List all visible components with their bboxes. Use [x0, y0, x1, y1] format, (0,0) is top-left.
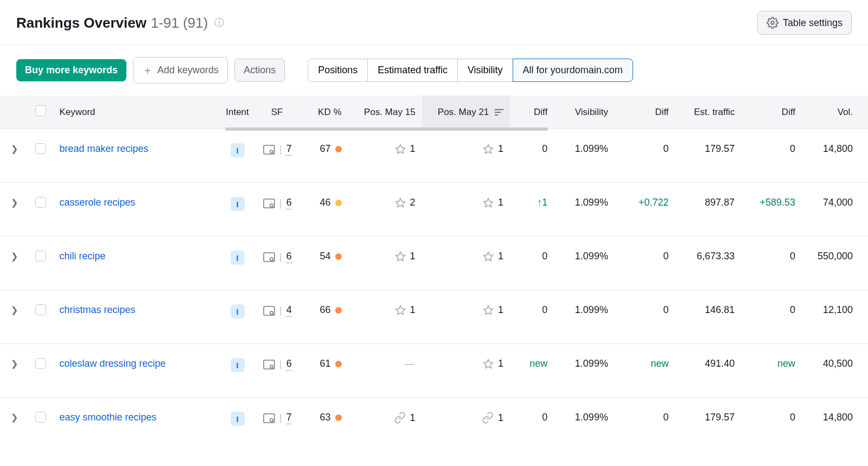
diff-position: 0 [510, 237, 554, 290]
intent-badge: I [231, 143, 245, 157]
tab-positions[interactable]: Positions [308, 59, 368, 82]
svg-point-0 [771, 21, 774, 24]
serp-features[interactable]: | 6 [263, 197, 292, 209]
diff-visibility: new [615, 344, 675, 398]
diff-position: 0 [510, 129, 554, 183]
star-icon [395, 197, 406, 208]
keyword-link[interactable]: bread maker recipes [59, 143, 148, 154]
actions-button[interactable]: Actions [234, 59, 285, 82]
star-icon [483, 197, 494, 208]
col-pos-may21[interactable]: Pos. May 21 [422, 95, 510, 129]
col-sf[interactable]: SF [257, 95, 297, 129]
diff-visibility: 0 [615, 237, 675, 290]
add-keywords-button[interactable]: ＋ Add keywords [133, 57, 228, 84]
gear-icon [767, 17, 778, 29]
expand-row-icon[interactable]: ❯ [9, 359, 20, 369]
col-est-traffic[interactable]: Est. traffic [675, 95, 742, 129]
row-checkbox[interactable] [35, 412, 46, 423]
visibility-value: 1.099% [554, 183, 615, 237]
row-checkbox[interactable] [35, 251, 46, 261]
kd-value: 63 [304, 412, 341, 423]
expand-row-icon[interactable]: ❯ [9, 305, 20, 315]
serp-features[interactable]: | 6 [263, 251, 292, 263]
col-volume[interactable]: Vol. [802, 95, 868, 129]
visibility-value: 1.099% [554, 129, 615, 183]
col-intent[interactable]: Intent [218, 95, 257, 129]
est-traffic-value: 6,673.33 [675, 237, 742, 290]
col-kd[interactable]: KD % [297, 95, 348, 129]
expand-row-icon[interactable]: ❯ [9, 144, 20, 154]
link-icon [394, 412, 406, 424]
no-data-dash: — [405, 358, 416, 369]
plus-icon: ＋ [142, 63, 153, 78]
row-checkbox[interactable] [35, 304, 46, 315]
table-row: ❯ coleslaw dressing recipe I | 6 61 — 1 … [0, 344, 868, 398]
row-checkbox[interactable] [35, 143, 46, 154]
volume-value: 74,000 [802, 183, 868, 237]
diff-visibility: +0.722 [615, 183, 675, 237]
kd-value: 66 [304, 304, 341, 316]
volume-value: 40,500 [802, 344, 868, 398]
table-row: ❯ christmas recipes I | 4 66 1 1 0 1.099… [0, 290, 868, 344]
expand-row-icon[interactable]: ❯ [9, 251, 20, 261]
diff-visibility: 0 [615, 290, 675, 344]
position-may21: 1 [429, 251, 503, 262]
col-pos-may15[interactable]: Pos. May 15 [348, 95, 422, 129]
select-all-checkbox[interactable] [35, 105, 46, 116]
expand-row-icon[interactable]: ❯ [9, 197, 20, 208]
col-keyword[interactable]: Keyword [53, 95, 218, 129]
star-icon [395, 144, 406, 155]
keyword-link[interactable]: casserole recipes [59, 197, 135, 208]
keyword-link[interactable]: christmas recipes [59, 304, 135, 315]
keyword-link[interactable]: coleslaw dressing recipe [59, 358, 165, 369]
star-icon [395, 305, 406, 316]
tab-all-for-yourdomain-com[interactable]: All for yourdomain.com [513, 59, 633, 82]
table-settings-button[interactable]: Table settings [757, 11, 852, 35]
serp-features-icon [263, 199, 275, 208]
keyword-link[interactable]: easy smoothie recipes [59, 412, 156, 423]
col-diff-vis[interactable]: Diff [615, 95, 675, 129]
sort-icon [495, 109, 503, 116]
serp-features[interactable]: | 7 [263, 412, 292, 424]
intent-badge: I [231, 251, 245, 265]
est-traffic-value: 146.81 [675, 290, 742, 344]
col-visibility[interactable]: Visibility [554, 95, 615, 129]
serp-features[interactable]: | 7 [263, 143, 292, 156]
table-row: ❯ casserole recipes I | 6 46 2 1 ↑1 1.09… [0, 183, 868, 237]
visibility-value: 1.099% [554, 344, 615, 398]
serp-features[interactable]: | 6 [263, 358, 292, 371]
kd-value: 46 [304, 197, 341, 208]
buy-keywords-button[interactable]: Buy more keywords [16, 59, 126, 81]
expand-row-icon[interactable]: ❯ [9, 412, 20, 423]
row-checkbox[interactable] [35, 197, 46, 208]
tab-visibility[interactable]: Visibility [457, 59, 513, 82]
col-diff-pos[interactable]: Diff [510, 95, 554, 129]
kd-difficulty-dot [335, 307, 342, 314]
tab-estimated-traffic[interactable]: Estimated traffic [367, 59, 458, 82]
info-icon[interactable]: ⓘ [214, 16, 224, 29]
col-diff-est[interactable]: Diff [741, 95, 802, 129]
est-traffic-value: 179.57 [675, 129, 742, 183]
serp-features[interactable]: | 4 [263, 304, 292, 317]
intent-badge: I [231, 358, 245, 372]
toolbar: Buy more keywords ＋ Add keywords Actions… [0, 45, 868, 95]
diff-est-traffic: +589.53 [741, 183, 802, 237]
page-header: Rankings Overview 1-91 (91) ⓘ Table sett… [0, 0, 868, 45]
row-checkbox[interactable] [35, 358, 46, 369]
serp-features-icon [263, 306, 275, 316]
kd-value: 67 [304, 143, 341, 155]
position-may15: 2 [355, 197, 416, 208]
intent-badge: I [231, 197, 245, 211]
volume-value: 12,100 [802, 290, 868, 344]
serp-features-icon [263, 413, 275, 423]
position-may15: — [355, 358, 416, 369]
position-may15: 1 [355, 304, 416, 316]
keyword-link[interactable]: chili recipe [59, 251, 105, 261]
serp-features-icon [263, 145, 275, 155]
diff-est-traffic: new [741, 344, 802, 398]
serp-features-icon [263, 360, 275, 369]
kd-difficulty-dot [335, 200, 342, 206]
kd-difficulty-dot [335, 361, 342, 367]
serp-features-icon [263, 252, 275, 262]
diff-position: ↑1 [510, 183, 554, 237]
